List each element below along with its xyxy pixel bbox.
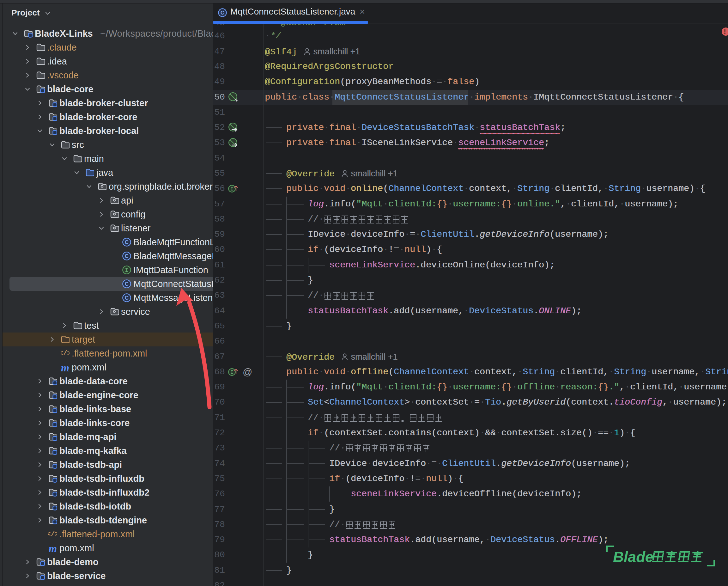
svg-text:m: m bbox=[61, 363, 69, 372]
svg-text:</>: </> bbox=[48, 530, 57, 538]
svg-text:C: C bbox=[125, 239, 129, 245]
svg-text:m: m bbox=[49, 544, 57, 553]
svg-text:C: C bbox=[125, 281, 129, 287]
svg-text:C: C bbox=[125, 295, 129, 301]
svg-text:C: C bbox=[125, 253, 129, 259]
svg-text:</>: </> bbox=[61, 350, 70, 357]
svg-text:C: C bbox=[220, 10, 224, 16]
